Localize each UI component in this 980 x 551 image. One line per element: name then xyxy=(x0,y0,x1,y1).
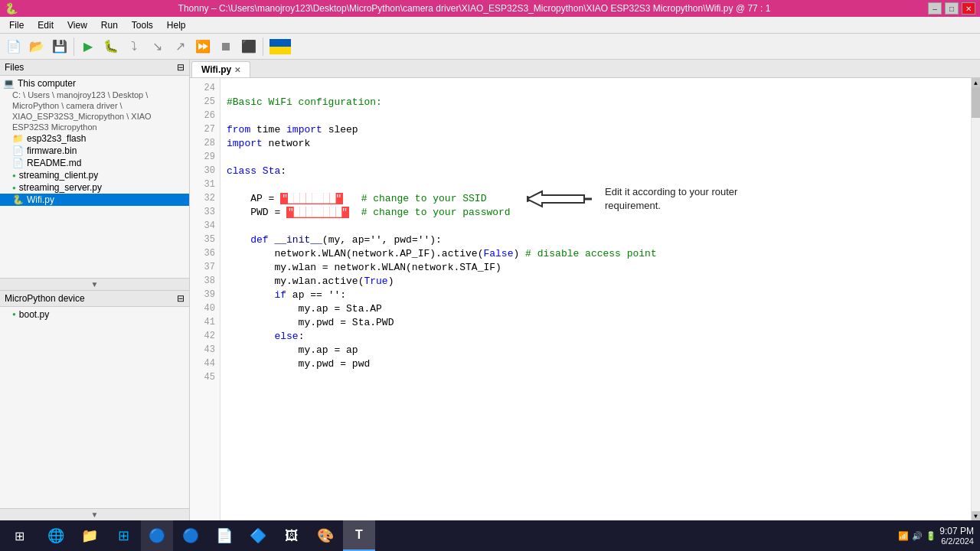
title-icon: 🐍 xyxy=(5,2,18,15)
open-file-button[interactable]: 📂 xyxy=(26,36,47,57)
this-computer-item[interactable]: 💻 This computer xyxy=(0,77,189,90)
taskbar-firefox[interactable]: 🔵 xyxy=(141,520,173,551)
taskbar-app7[interactable]: 🖼 xyxy=(276,520,308,551)
sidebar-bottom-scroll[interactable]: ▼ xyxy=(0,508,189,520)
path-item-4: ESP32S3 Micropython xyxy=(0,122,189,132)
debug-button[interactable]: 🐛 xyxy=(100,36,122,57)
step-into-button[interactable]: ↘ xyxy=(146,36,168,57)
file-streaming-client[interactable]: ● streaming_client.py xyxy=(0,169,189,181)
file-esp32s3_flash[interactable]: 📁 esp32s3_flash xyxy=(0,132,189,145)
device-tree: ● boot.py xyxy=(0,307,189,509)
minimize-button[interactable]: – xyxy=(928,2,942,15)
arrow-left-icon xyxy=(527,180,596,218)
toolbar-sep-2 xyxy=(263,37,263,56)
menu-help[interactable]: Help xyxy=(161,18,192,32)
line-num: 29 xyxy=(190,150,220,164)
run-button[interactable]: ▶ xyxy=(77,36,99,57)
code-scrollbar: ▲ ▼ xyxy=(971,78,980,520)
code-line-35: def __init__(my, ap='', pwd=''): xyxy=(227,233,965,246)
line-num: 25 xyxy=(190,95,220,109)
save-file-button[interactable]: 💾 xyxy=(49,36,70,57)
line-num: 27 xyxy=(190,122,220,136)
step-over-button[interactable]: ⤵ xyxy=(123,36,145,57)
file-firmware[interactable]: 📄 firmware.bin xyxy=(0,145,189,157)
sidebar-scroll-down[interactable]: ▼ xyxy=(0,278,189,290)
clock-date: 6/2/2024 xyxy=(939,536,974,546)
code-line-44: my.pwd = pwd xyxy=(227,357,965,370)
line-num: 24 xyxy=(190,81,220,95)
taskbar-thonny[interactable]: T xyxy=(343,520,375,551)
line-num: 37 xyxy=(190,260,220,274)
menu-edit[interactable]: Edit xyxy=(31,18,60,32)
taskbar-volume-icon: 🔊 xyxy=(912,531,923,541)
code-line-25: #Basic WiFi configuration: xyxy=(227,95,965,109)
menu-view[interactable]: View xyxy=(61,18,93,32)
menu-file[interactable]: File xyxy=(3,18,30,32)
taskbar-app6[interactable]: 🔷 xyxy=(242,520,274,551)
stop-reset-button[interactable]: ⬛ xyxy=(238,36,260,57)
green-dot-icon: ● xyxy=(12,184,16,191)
taskbar-acrobat[interactable]: 📄 xyxy=(208,520,240,551)
code-content[interactable]: #Basic WiFi configuration: from time imp… xyxy=(220,78,971,520)
py-icon: 🐍 xyxy=(12,194,24,205)
scroll-thumb[interactable] xyxy=(972,87,980,118)
title-text: Thonny – C:\Users\manojroy123\Desktop\Mi… xyxy=(178,3,771,14)
tab-wifi[interactable]: Wifi.py ✕ xyxy=(191,61,250,77)
tab-close-icon[interactable]: ✕ xyxy=(234,66,240,74)
taskbar-chrome[interactable]: 🔵 xyxy=(175,520,207,551)
code-area: Wifi.py ✕ 24 25 26 27 28 29 30 31 32 33 … xyxy=(190,60,980,520)
line-num: 33 xyxy=(190,205,220,219)
file-label: firmware.bin xyxy=(27,145,77,156)
code-container: 24 25 26 27 28 29 30 31 32 33 34 35 36 3… xyxy=(190,78,980,520)
file-streaming-server[interactable]: ● streaming_server.py xyxy=(0,181,189,194)
taskbar-edge[interactable]: 🌐 xyxy=(40,520,72,551)
folder-icon: 📁 xyxy=(12,133,24,144)
tab-name: Wifi.py xyxy=(201,64,231,75)
taskbar-app8[interactable]: 🎨 xyxy=(309,520,341,551)
scroll-track[interactable] xyxy=(972,87,980,511)
step-out-button[interactable]: ↗ xyxy=(169,36,191,57)
stop-button[interactable]: ⏹ xyxy=(215,36,237,57)
line-num: 43 xyxy=(190,343,220,357)
collapse-device-icon[interactable]: ⊟ xyxy=(177,293,185,304)
taskbar-explorer[interactable]: 📁 xyxy=(74,520,106,551)
device-label: MicroPython device xyxy=(5,293,85,304)
scroll-down-arrow[interactable]: ▼ xyxy=(972,511,980,520)
menu-run[interactable]: Run xyxy=(95,18,124,32)
sidebar-device-header: MicroPython device ⊟ xyxy=(0,290,189,307)
scroll-up-arrow[interactable]: ▲ xyxy=(972,78,980,87)
file-label: README.md xyxy=(27,158,81,168)
file-readme[interactable]: 📄 README.md xyxy=(0,157,189,169)
code-line-45 xyxy=(227,370,965,384)
maximize-button[interactable]: □ xyxy=(945,2,959,15)
file-tree: 💻 This computer C: \ Users \ manojroy123… xyxy=(0,76,189,278)
menu-bar: File Edit View Run Tools Help xyxy=(0,17,980,34)
code-line-36: network.WLAN(network.AP_IF).active(False… xyxy=(227,246,965,260)
file-label: streaming_client.py xyxy=(19,170,98,181)
taskbar: ⊞ 🌐 📁 ⊞ 🔵 🔵 📄 🔷 🖼 🎨 T 📶 🔊 🔋 9:07 PM 6/2/… xyxy=(0,520,980,551)
start-button[interactable]: ⊞ xyxy=(0,520,38,551)
resume-button[interactable]: ⏩ xyxy=(192,36,214,57)
close-button[interactable]: ✕ xyxy=(962,2,975,15)
taskbar-battery-icon: 🔋 xyxy=(926,531,936,541)
code-line-37: my.wlan = network.WLAN(network.STA_IF) xyxy=(227,260,965,274)
line-num: 30 xyxy=(190,164,220,178)
menu-tools[interactable]: Tools xyxy=(126,18,159,32)
taskbar-right: 📶 🔊 🔋 9:07 PM 6/2/2024 xyxy=(898,526,980,546)
path-item-1: C: \ Users \ manojroy123 \ Desktop \ xyxy=(0,90,189,100)
title-controls: – □ ✕ xyxy=(928,2,975,15)
file-label: streaming_server.py xyxy=(19,182,102,193)
toolbar: 📄 📂 💾 ▶ 🐛 ⤵ ↘ ↗ ⏩ ⏹ ⬛ xyxy=(0,34,980,60)
clock-time: 9:07 PM xyxy=(939,526,974,536)
ukraine-flag xyxy=(270,39,291,54)
path1-text: C: \ Users \ manojroy123 \ Desktop \ xyxy=(12,90,148,99)
file-wifi[interactable]: 🐍 Wifi.py xyxy=(0,194,189,206)
collapse-icon[interactable]: ⊟ xyxy=(177,62,185,73)
new-file-button[interactable]: 📄 xyxy=(3,36,24,57)
title-bar: 🐍 Thonny – C:\Users\manojroy123\Desktop\… xyxy=(0,0,980,17)
clock[interactable]: 9:07 PM 6/2/2024 xyxy=(939,526,974,546)
line-num: 38 xyxy=(190,274,220,288)
sidebar-header: Files ⊟ xyxy=(0,60,189,76)
file-boot[interactable]: ● boot.py xyxy=(0,308,189,321)
taskbar-store[interactable]: ⊞ xyxy=(107,520,139,551)
